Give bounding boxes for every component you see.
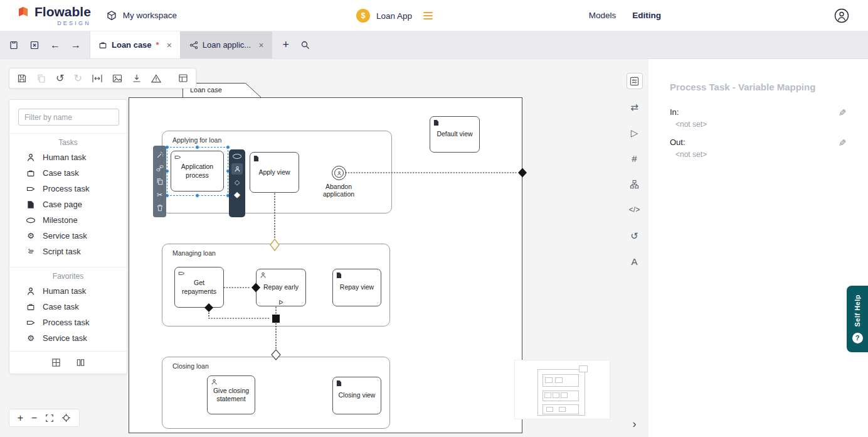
- task-application-process[interactable]: Application process: [171, 151, 224, 192]
- history-icon[interactable]: ↺: [627, 227, 643, 244]
- stage-label: Closing loan: [172, 362, 209, 370]
- workspace-selector[interactable]: My workspace: [106, 10, 177, 21]
- palette-filter-input[interactable]: [18, 109, 119, 126]
- account-avatar[interactable]: [834, 8, 849, 23]
- minimap[interactable]: [514, 360, 610, 419]
- close-box-icon[interactable]: [29, 40, 40, 50]
- variable-mapping-icon[interactable]: ⇄: [627, 99, 643, 115]
- task-closing-view[interactable]: Closing view: [332, 377, 381, 414]
- minimap-node: [553, 392, 559, 398]
- listener-abandon-application[interactable]: [332, 166, 346, 180]
- undo-icon[interactable]: ↺: [56, 73, 64, 84]
- text-annotation-icon[interactable]: A: [627, 253, 643, 269]
- task-give-closing-statement[interactable]: Give closing statement: [207, 375, 255, 414]
- resize-handle[interactable]: [226, 145, 230, 149]
- cut-icon[interactable]: ✂: [157, 192, 162, 198]
- palette-item-label: Human task: [43, 153, 86, 162]
- gear-icon: ⚙: [26, 232, 36, 240]
- edit-out-mapping-button[interactable]: ✎: [839, 138, 847, 149]
- zoom-out-icon[interactable]: −: [31, 413, 37, 423]
- palette-item-process-task[interactable]: Process task: [9, 315, 127, 330]
- palette-item-label: Case task: [43, 302, 79, 311]
- out-mapping-label: Out:: [670, 138, 707, 147]
- clipboard-icon[interactable]: [9, 40, 19, 50]
- format-wand-icon[interactable]: [156, 151, 164, 159]
- redo-icon[interactable]: ↻: [73, 73, 82, 84]
- palette-item-case-task[interactable]: Case task: [9, 165, 127, 181]
- link-icon[interactable]: [156, 165, 164, 172]
- task-default-view[interactable]: Default view: [430, 116, 480, 153]
- collapse-panel-icon[interactable]: ›: [633, 418, 637, 431]
- diagram-canvas[interactable]: ↺ ↻ Tasks Human task Case task Process t…: [0, 59, 620, 437]
- download-icon[interactable]: [132, 73, 142, 83]
- in-mapping-label: In:: [670, 107, 707, 117]
- task-label: Closing view: [339, 391, 376, 399]
- export-image-icon[interactable]: [112, 74, 122, 83]
- task-label: Repay early: [263, 283, 299, 291]
- app-name: Loan App: [376, 11, 412, 21]
- duplicate-icon[interactable]: [156, 178, 164, 185]
- app-switcher[interactable]: $ Loan App: [356, 0, 433, 31]
- human-task-icon: [26, 153, 36, 162]
- delete-icon[interactable]: [156, 204, 164, 212]
- task-apply-view[interactable]: Apply view: [250, 152, 299, 193]
- tab-label: Loan case: [112, 40, 152, 50]
- close-tab-icon[interactable]: ×: [258, 40, 263, 50]
- tab-loan-case[interactable]: Loan case * ×: [90, 31, 181, 58]
- back-arrow-icon[interactable]: ←: [50, 40, 60, 51]
- minimap-node: [544, 392, 551, 398]
- properties-panel-icon[interactable]: [627, 73, 643, 89]
- task-get-repayments[interactable]: Get repayments: [174, 267, 224, 308]
- palette-item-service-task[interactable]: ⚙ Service task: [9, 330, 127, 346]
- palette-item-script-task[interactable]: Script task: [9, 244, 127, 259]
- variables-icon[interactable]: #: [627, 150, 643, 166]
- center-target-icon[interactable]: [61, 413, 71, 423]
- palette-item-human-task[interactable]: Human task: [9, 149, 127, 165]
- nav-models[interactable]: Models: [589, 11, 617, 20]
- task-label: Application process: [175, 163, 220, 179]
- new-tab-icon[interactable]: +: [282, 38, 289, 51]
- event-log-icon[interactable]: [178, 73, 188, 83]
- palette-item-case-task[interactable]: Case task: [9, 299, 127, 315]
- palette-item-process-task[interactable]: Process task: [9, 181, 127, 197]
- resize-handle[interactable]: [195, 193, 199, 198]
- hierarchy-icon[interactable]: [627, 176, 643, 192]
- task-repay-early[interactable]: Repay early: [256, 269, 306, 306]
- milestone-icon[interactable]: [233, 154, 241, 159]
- fit-screen-icon[interactable]: [45, 414, 54, 423]
- self-help-tab[interactable]: Self Help ?: [847, 286, 868, 352]
- exit-criterion-icon[interactable]: ◆: [234, 190, 240, 198]
- task-label: Give closing statement: [211, 387, 251, 403]
- palette-item-human-task[interactable]: Human task: [9, 283, 127, 299]
- palette-item-case-page[interactable]: Case page: [9, 197, 127, 212]
- palette-item-milestone[interactable]: Milestone: [9, 212, 127, 228]
- collapse-palette-icon[interactable]: [76, 358, 85, 367]
- nav-editing[interactable]: Editing: [632, 11, 661, 20]
- validation-warning-icon[interactable]: [151, 74, 161, 83]
- fit-width-icon[interactable]: [92, 74, 103, 83]
- search-icon[interactable]: [300, 40, 310, 50]
- selection-box[interactable]: Application process: [167, 147, 228, 196]
- copy-icon[interactable]: [36, 73, 46, 84]
- palette-item-service-task[interactable]: ⚙ Service task: [9, 228, 127, 244]
- zoom-in-icon[interactable]: +: [18, 413, 23, 423]
- save-icon[interactable]: [17, 73, 27, 84]
- code-view-icon[interactable]: </>: [627, 202, 643, 218]
- run-icon[interactable]: ▷: [627, 124, 643, 141]
- context-toolbar: ✂: [153, 146, 166, 217]
- palette-item-label: Process task: [43, 184, 89, 193]
- app-menu-icon[interactable]: [423, 12, 433, 19]
- minimap-node: [545, 377, 553, 383]
- close-tab-icon[interactable]: ×: [167, 40, 172, 50]
- task-repay-view[interactable]: Repay view: [332, 269, 381, 306]
- manual-activation-icon: [278, 299, 284, 305]
- forward-arrow-icon[interactable]: →: [71, 40, 81, 51]
- grid-view-icon[interactable]: [51, 358, 61, 367]
- quick-add-bar: ◇ ◆: [229, 149, 245, 217]
- human-task-icon[interactable]: [231, 163, 243, 175]
- resize-handle[interactable]: [195, 145, 199, 149]
- tab-loan-application[interactable]: Loan applic... ×: [181, 31, 273, 58]
- canvas-toolbar: ↺ ↻: [9, 68, 196, 89]
- edit-in-mapping-button[interactable]: ✎: [839, 107, 847, 119]
- entry-criterion-icon[interactable]: ◇: [235, 179, 240, 186]
